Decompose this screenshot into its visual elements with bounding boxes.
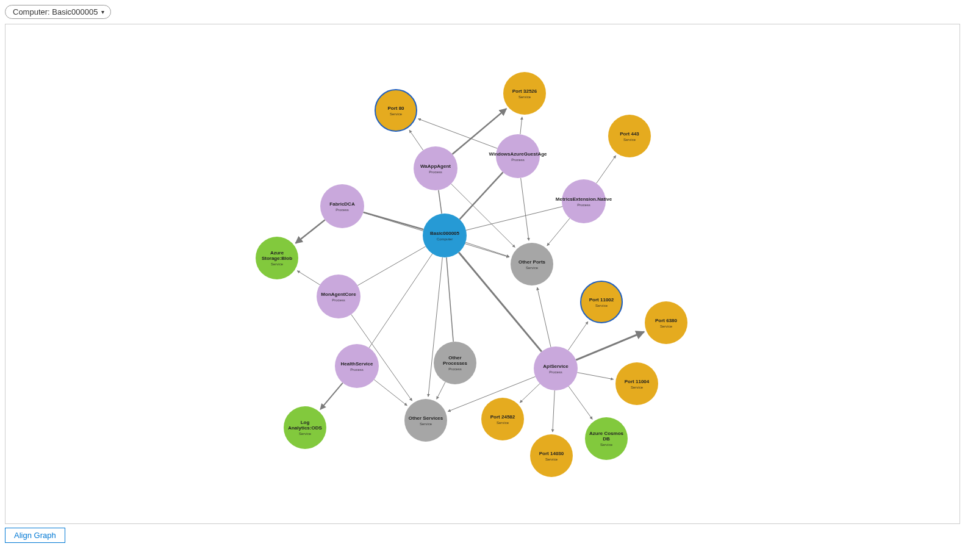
node-sublabel: Process	[332, 298, 345, 302]
node-label: Other Ports	[518, 259, 545, 265]
node-label: WindowsAzureGuestAge	[489, 151, 547, 157]
node-sublabel: Service	[497, 421, 509, 425]
node-sublabel: Service	[600, 443, 612, 447]
node-port24582[interactable]: Port 24582Service	[481, 398, 524, 440]
edge-winguest-port32526	[520, 117, 522, 134]
node-sublabel: Computer	[437, 237, 453, 241]
edge-apisvc-port14030	[553, 390, 554, 432]
edge-apisvc-otherports	[537, 287, 551, 347]
node-label: Other Processes	[436, 355, 474, 366]
node-otherproc[interactable]: Other ProcessesProcess	[434, 342, 476, 384]
node-label: Port 14030	[539, 451, 564, 456]
edge-apisvc-port24582	[520, 384, 540, 403]
edge-health-logods	[320, 383, 343, 410]
node-sublabel: Process	[429, 170, 442, 174]
node-label: Basic000005	[430, 231, 459, 236]
node-basic[interactable]: Basic000005Computer	[423, 214, 467, 257]
edge-health-othersvc	[374, 379, 407, 406]
edge-apisvc-cosmos	[569, 386, 592, 419]
edge-waapp-port80	[409, 130, 423, 150]
node-waapp[interactable]: WaAppAgentProcess	[414, 146, 457, 190]
node-label: Port 32526	[512, 88, 537, 94]
node-port6380[interactable]: Port 6380Service	[645, 301, 687, 344]
node-port32526[interactable]: Port 32526Service	[503, 72, 546, 115]
edge-apisvc-port6380	[576, 332, 644, 360]
node-label: Log Analytics:ODS	[286, 420, 324, 431]
node-label: Azure Storage:Blob	[258, 250, 296, 261]
node-label: Port 443	[620, 131, 639, 137]
node-label: Port 11002	[589, 297, 614, 303]
node-sublabel: Service	[595, 304, 608, 307]
node-sublabel: Service	[631, 386, 643, 389]
edge-metrics-otherports	[547, 218, 570, 246]
edge-metrics-port443	[597, 156, 616, 184]
node-sublabel: Service	[271, 262, 283, 266]
node-port443[interactable]: Port 443Service	[608, 115, 651, 157]
node-metrics[interactable]: MetricsExtension.NativeProcess	[562, 179, 606, 223]
node-health[interactable]: HealthServiceProcess	[335, 344, 379, 388]
node-label: Port 24582	[490, 414, 515, 420]
node-otherports[interactable]: Other PortsService	[511, 243, 553, 285]
graph-canvas[interactable]: Basic000005ComputerFabricDCAProcessWaApp…	[5, 24, 960, 524]
edge-winguest-port80	[418, 119, 498, 149]
node-label: Other Services	[409, 415, 443, 421]
edge-apisvc-port11004	[577, 373, 613, 379]
node-sublabel: Service	[390, 112, 402, 116]
edge-basic-winguest	[459, 172, 503, 219]
node-sublabel: Service	[545, 458, 558, 461]
node-othersvc[interactable]: Other ServicesService	[404, 399, 447, 442]
edge-basic-otherports	[465, 242, 509, 257]
edge-basic-otherproc	[447, 257, 453, 342]
edges-layer	[5, 24, 960, 523]
edge-basic-monagent	[357, 246, 426, 285]
computer-dropdown[interactable]: Computer: Basic000005 ▾	[5, 5, 111, 19]
node-label: Port 80	[387, 106, 404, 111]
node-label: FabricDCA	[329, 201, 354, 207]
node-label: Port 6380	[655, 318, 677, 323]
node-sublabel: Service	[623, 138, 636, 142]
node-sublabel: Process	[350, 368, 364, 372]
node-sublabel: Service	[420, 422, 432, 426]
node-apisvc[interactable]: ApiServiceProcess	[534, 346, 578, 390]
node-sublabel: Service	[518, 95, 531, 99]
node-sublabel: Service	[299, 432, 311, 436]
edge-monagent-azblob	[297, 271, 320, 285]
edge-basic-metrics	[466, 207, 562, 231]
chevron-down-icon: ▾	[101, 9, 104, 15]
node-port11002[interactable]: Port 11002Service	[580, 281, 623, 323]
node-port80[interactable]: Port 80Service	[375, 89, 417, 132]
node-logods[interactable]: Log Analytics:ODSService	[284, 406, 326, 449]
node-sublabel: Service	[660, 325, 672, 328]
node-label: Azure Cosmos DB	[587, 431, 625, 442]
edge-winguest-otherports	[521, 178, 529, 241]
edge-basic-health	[369, 254, 432, 348]
node-sublabel: Process	[448, 367, 462, 371]
node-label: ApiService	[543, 364, 568, 369]
node-azblob[interactable]: Azure Storage:BlobService	[256, 237, 298, 279]
node-port11004[interactable]: Port 11004Service	[615, 362, 658, 405]
node-fabricdca[interactable]: FabricDCAProcess	[320, 184, 364, 228]
node-sublabel: Service	[526, 266, 538, 270]
edge-fabricdca-azblob	[296, 220, 325, 243]
node-cosmos[interactable]: Azure Cosmos DBService	[585, 417, 628, 460]
node-label: MonAgentCore	[321, 292, 356, 297]
node-port14030[interactable]: Port 14030Service	[530, 434, 573, 477]
edge-otherproc-othersvc	[437, 382, 445, 399]
node-label: HealthService	[341, 361, 373, 367]
node-sublabel: Process	[511, 158, 525, 162]
edge-apisvc-port11002	[568, 321, 587, 350]
node-label: MetricsExtension.Native	[556, 196, 612, 202]
node-label: WaAppAgent	[420, 163, 451, 169]
edge-basic-waapp	[439, 190, 442, 214]
edge-basic-fabricdca	[364, 212, 424, 229]
node-monagent[interactable]: MonAgentCoreProcess	[317, 275, 361, 318]
node-winguest[interactable]: WindowsAzureGuestAgeProcess	[496, 134, 540, 178]
node-sublabel: Process	[549, 370, 562, 374]
node-label: Port 11004	[625, 379, 649, 384]
node-sublabel: Process	[577, 203, 590, 207]
node-sublabel: Process	[335, 208, 349, 212]
align-graph-button[interactable]: Align Graph	[5, 528, 65, 543]
dropdown-label: Computer: Basic000005	[13, 7, 98, 16]
